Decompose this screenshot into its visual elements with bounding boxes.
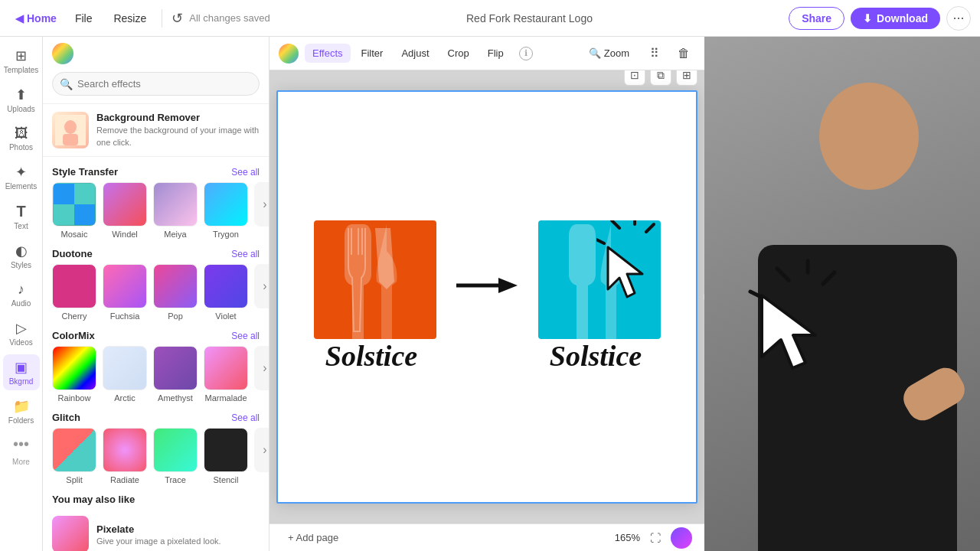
download-label: Download — [877, 12, 928, 24]
sidebar-item-templates[interactable]: ⊞ Templates — [3, 43, 40, 79]
crop-tool[interactable]: Crop — [440, 44, 477, 63]
mosaic-svg — [54, 184, 95, 225]
file-button[interactable]: File — [66, 9, 102, 28]
pixelate-info: Pixelate Give your image a pixelated loo… — [96, 523, 221, 546]
thumb-fuchsia[interactable]: Fuchsia — [103, 264, 147, 321]
styles-label: Styles — [11, 261, 31, 269]
adjust-tool[interactable]: Adjust — [394, 44, 436, 63]
thumb-mosaic[interactable]: Mosaic — [52, 182, 96, 239]
thumb-amethyst[interactable]: Amethyst — [153, 346, 198, 403]
canvas-container: ⊡ ⧉ ⊞ — [276, 90, 697, 504]
styles-icon: ◐ — [15, 243, 28, 259]
effects-tool[interactable]: Effects — [305, 44, 351, 63]
sidebar-item-folders[interactable]: 📁 Folders — [3, 393, 40, 429]
pop-label: Pop — [168, 311, 183, 321]
trash-button[interactable]: 🗑 — [672, 42, 695, 65]
duotone-see-all[interactable]: See all — [231, 249, 260, 259]
fullscreen-button[interactable]: ⛶ — [646, 529, 665, 547]
thumb-windel[interactable]: Windel — [103, 182, 147, 239]
download-button[interactable]: ⬇ Download — [851, 8, 940, 29]
rainbow-preview — [52, 346, 96, 390]
thumb-trace[interactable]: Trace — [153, 428, 198, 484]
style-transfer-next[interactable]: › — [254, 182, 269, 227]
trace-label: Trace — [165, 475, 186, 484]
templates-label: Templates — [4, 66, 39, 74]
thumb-trygon[interactable]: Trygon — [204, 182, 248, 239]
thumb-radiate[interactable]: Radiate — [103, 428, 147, 484]
violet-preview — [204, 264, 248, 308]
also-like-header: You may also like — [43, 484, 269, 510]
style-transfer-title: Style Transfer — [52, 166, 118, 178]
sidebar-item-videos[interactable]: ▷ Videos — [3, 315, 40, 351]
cherry-preview — [52, 264, 96, 308]
glitch-see-all[interactable]: See all — [231, 412, 260, 423]
flip-tool[interactable]: Flip — [480, 44, 511, 63]
thumb-rainbow[interactable]: Rainbow — [52, 346, 96, 403]
canvas-top-tools: ⊡ ⧉ ⊞ — [624, 70, 697, 86]
home-button[interactable]: ◀ Home — [9, 9, 63, 28]
svg-line-13 — [612, 220, 619, 228]
svg-marker-17 — [608, 247, 642, 297]
sidebar-item-styles[interactable]: ◐ Styles — [3, 238, 40, 274]
bg-remover-title: Background Remover — [96, 112, 260, 123]
sidebar-more[interactable]: ••• — [13, 435, 29, 453]
sidebar-item-audio[interactable]: ♪ Audio — [3, 277, 40, 312]
share-button[interactable]: Share — [789, 7, 844, 30]
also-like-title: You may also like — [52, 494, 135, 505]
dots-grid-icon: ⠿ — [650, 46, 659, 60]
glitch-grid: Split Radiate Trace Stencil › — [43, 428, 269, 484]
sidebar-item-photos[interactable]: 🖼 Photos — [3, 121, 40, 156]
elements-icon: ✦ — [15, 164, 27, 181]
cursor-sparkle-overlay — [596, 220, 688, 315]
style-transfer-see-all[interactable]: See all — [231, 167, 260, 178]
undo-button[interactable]: ↺ — [168, 7, 186, 30]
also-pixelate[interactable]: Pixelate Give your image a pixelated loo… — [43, 510, 269, 551]
stencil-label: Stencil — [213, 475, 238, 484]
videos-label: Videos — [9, 338, 32, 347]
svg-rect-5 — [54, 204, 74, 225]
more-options-button[interactable]: ··· — [946, 6, 971, 31]
zoom-label: Zoom — [604, 47, 629, 59]
thumb-meiya[interactable]: Meiya — [153, 182, 198, 239]
add-page-button[interactable]: + Add page — [282, 529, 345, 546]
colormix-next[interactable]: › — [254, 346, 269, 390]
thumb-marmalade[interactable]: Marmalade — [204, 346, 248, 403]
thumb-split[interactable]: Split — [52, 428, 96, 484]
canvas-copy-button[interactable]: ⧉ — [650, 70, 671, 86]
bg-remover-desc: Remove the background of your image with… — [96, 125, 260, 148]
fuchsia-label: Fuchsia — [110, 311, 140, 321]
thumb-violet[interactable]: Violet — [204, 264, 248, 321]
sidebar-item-uploads[interactable]: ⬆ Uploads — [3, 82, 40, 118]
sidebar-item-elements[interactable]: ✦ Elements — [3, 159, 40, 195]
svg-rect-3 — [54, 184, 74, 204]
duotone-next[interactable]: › — [254, 264, 269, 308]
dots-grid-button[interactable]: ⠿ — [643, 42, 666, 65]
filter-tool[interactable]: Filter — [354, 44, 391, 63]
colormix-see-all[interactable]: See all — [231, 331, 260, 341]
audio-icon: ♪ — [18, 282, 24, 298]
canvas-crop-button[interactable]: ⊡ — [624, 70, 645, 86]
thumb-cherry[interactable]: Cherry — [52, 264, 96, 321]
bg-remover-item[interactable]: Background Remover Remove the background… — [43, 104, 269, 157]
svg-point-1 — [64, 120, 77, 134]
sidebar-item-background[interactable]: ▣ Bkgrnd — [3, 354, 40, 390]
cursor-large-svg — [743, 257, 865, 380]
thumb-pop[interactable]: Pop — [153, 264, 198, 321]
zoom-button[interactable]: 🔍 Zoom — [581, 44, 637, 63]
color-palette-icon — [52, 43, 74, 64]
arctic-preview — [103, 346, 147, 390]
thumb-arctic[interactable]: Arctic — [103, 346, 147, 403]
sidebar-item-text[interactable]: T Text — [3, 198, 40, 235]
pixelate-title: Pixelate — [96, 523, 221, 535]
info-button[interactable]: ℹ — [514, 42, 537, 65]
thumb-stencil[interactable]: Stencil — [204, 428, 248, 484]
arrow-between — [449, 270, 525, 301]
glitch-next[interactable]: › — [254, 428, 269, 472]
marmalade-preview — [204, 346, 248, 390]
pop-preview — [153, 264, 198, 308]
split-preview — [52, 428, 96, 472]
canvas-expand-button[interactable]: ⊞ — [676, 70, 697, 86]
canvas-toolbar: Effects Filter Adjust Crop Flip ℹ 🔍 Zoom… — [270, 37, 704, 70]
resize-button[interactable]: Resize — [104, 9, 155, 28]
search-input[interactable] — [52, 72, 260, 96]
